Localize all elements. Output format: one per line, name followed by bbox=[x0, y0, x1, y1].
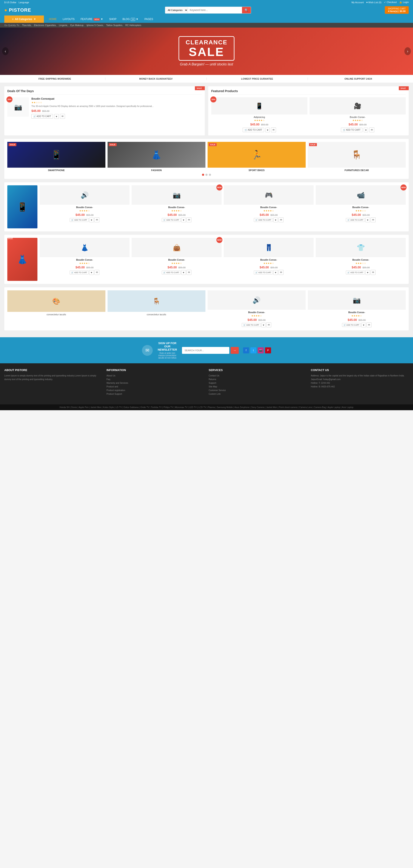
featured-add-cart-0[interactable]: 🛒 ADD TO CART bbox=[243, 128, 264, 132]
twitter-icon[interactable]: t bbox=[250, 347, 256, 353]
elec-compare-2[interactable]: ✉ bbox=[279, 217, 284, 222]
hero-next-button[interactable]: › bbox=[404, 48, 411, 55]
go-quickly-link[interactable]: Lingerie bbox=[59, 24, 67, 27]
go-quickly-link[interactable]: Electronic Cigarettes bbox=[34, 24, 56, 27]
nav-home[interactable]: HOME bbox=[46, 16, 60, 23]
cat-item-3[interactable]: SALE 🪑 FURNITURES DECAR bbox=[308, 142, 406, 172]
fash-wishlist-3[interactable]: ♥ bbox=[366, 270, 370, 275]
nav-feature[interactable]: FEATURE NEW ▼ bbox=[78, 16, 106, 23]
deals-add-to-cart-button[interactable]: 🛒 ADD TO CART bbox=[31, 114, 53, 119]
all-categories-btn[interactable]: ≡ All Categories ▼ bbox=[9, 16, 39, 23]
currency-selector[interactable]: $ US Dollar bbox=[4, 1, 17, 4]
footer-about-title: ABOUT PISTORE bbox=[4, 369, 102, 372]
newsletter-submit-button[interactable]: → bbox=[231, 347, 239, 354]
featured-wishlist-1[interactable]: ♥ bbox=[364, 128, 368, 132]
elec-img-2: 🎮 bbox=[224, 185, 314, 205]
fash-add-cart-1[interactable]: 🛒 ADD TO CART bbox=[162, 271, 181, 274]
elec-add-cart-1[interactable]: 🛒 ADD TO CART bbox=[162, 218, 181, 222]
cat-item-1[interactable]: SALE 👗 FASHION bbox=[107, 142, 205, 172]
category-dropdown[interactable]: All Categories bbox=[165, 7, 188, 13]
elec-wishlist-1[interactable]: ♥ bbox=[181, 218, 186, 222]
footer-service-link-4[interactable]: Customer Service bbox=[209, 389, 307, 392]
featured-wishlist-0[interactable]: ♥ bbox=[265, 128, 270, 132]
go-quickly-link[interactable]: Iphone 5 Cases bbox=[87, 24, 103, 27]
footer-service-link-2[interactable]: Support bbox=[209, 381, 307, 385]
blog-wishlist-1[interactable]: ♥ bbox=[361, 322, 366, 328]
elec-add-cart-2[interactable]: 🛒 ADD TO CART bbox=[254, 218, 273, 222]
blog-section: 🎨 consectetur iaculis 🪑 consectetur iacu… bbox=[4, 287, 409, 330]
blog-item-0[interactable]: 🎨 consectetur iaculis bbox=[7, 290, 105, 328]
newsletter-inner: ✉ SIGN UP FOR OUR NEWSLETTER Duis ut ant… bbox=[142, 342, 271, 359]
go-quickly-link[interactable]: Eye Makeup bbox=[70, 24, 84, 27]
blog-add-cart-1[interactable]: 🛒 ADD TO CART bbox=[342, 323, 361, 327]
fash-wishlist-1[interactable]: ♥ bbox=[181, 270, 186, 275]
fash-wishlist-0[interactable]: ♥ bbox=[89, 270, 94, 275]
go-quickly-link[interactable]: Ttoo kits bbox=[22, 24, 31, 27]
deals-compare-button[interactable]: ✉ bbox=[60, 114, 65, 119]
fash-add-cart-0[interactable]: 🛒 ADD TO CART bbox=[70, 271, 89, 274]
fash-compare-1[interactable]: ✉ bbox=[187, 270, 191, 275]
my-account-link[interactable]: My Account bbox=[351, 1, 364, 4]
blog-wishlist-0[interactable]: ♥ bbox=[261, 322, 266, 328]
instagram-icon[interactable]: 📷 bbox=[258, 347, 264, 353]
nav-blog[interactable]: BLOG 35 ▼ bbox=[119, 16, 141, 23]
fash-compare-3[interactable]: ✉ bbox=[371, 270, 376, 275]
cat-item-2[interactable]: SALE 🏃 SPORT BIKES bbox=[208, 142, 306, 172]
slider-dot-0[interactable] bbox=[202, 174, 204, 176]
footer-info-link-3[interactable]: Product and bbox=[106, 385, 204, 389]
footer-service-link-5[interactable]: Custom Link bbox=[209, 392, 307, 396]
elec-compare-0[interactable]: ✉ bbox=[94, 217, 99, 222]
slider-dot-2[interactable] bbox=[209, 174, 211, 176]
blog-compare-1[interactable]: ✉ bbox=[367, 322, 372, 328]
slider-dot-1[interactable] bbox=[205, 174, 208, 176]
elec-add-cart-3[interactable]: 🛒 ADD TO CART bbox=[346, 218, 365, 222]
logo[interactable]: ● PISTORE bbox=[4, 7, 31, 13]
elec-compare-1[interactable]: ✉ bbox=[187, 217, 191, 222]
footer-service-link-1[interactable]: Returns bbox=[209, 377, 307, 381]
go-quickly-link[interactable]: RC Helicopters bbox=[125, 24, 141, 27]
hero-prev-button[interactable]: ‹ bbox=[2, 48, 9, 55]
social-icon-4[interactable]: P bbox=[265, 347, 271, 353]
footer-info-link-1[interactable]: Faq bbox=[106, 377, 204, 381]
blog-compare-0[interactable]: ✉ bbox=[266, 322, 271, 328]
fash-add-cart-2[interactable]: 🛒 ADD TO CART bbox=[254, 271, 273, 274]
fash-compare-0[interactable]: ✉ bbox=[94, 270, 99, 275]
language-selector[interactable]: Language bbox=[19, 1, 29, 4]
fash-wishlist-2[interactable]: ♥ bbox=[274, 270, 278, 275]
elec-price-0: $45.00 $55.00 bbox=[39, 213, 129, 217]
featured-add-cart-1[interactable]: 🛒 ADD TO CART bbox=[341, 128, 362, 132]
footer-service-link-0[interactable]: Contact Us bbox=[209, 374, 307, 377]
wishlist-link[interactable]: ♥ Wish List (0) bbox=[366, 1, 382, 4]
electronics-products-list: 🔊 Boudin Conse- ★★★★☆ $45.00 $55.00 🛒 AD… bbox=[39, 185, 406, 222]
cat-item-0[interactable]: SALE 📱 SMARTPHONE bbox=[7, 142, 105, 172]
cart-button[interactable]: SHOPPING CART 4 Item(s) | $0.00 bbox=[385, 6, 409, 14]
facebook-icon[interactable]: f bbox=[243, 347, 249, 353]
elec-wishlist-3[interactable]: ♥ bbox=[366, 218, 370, 222]
footer-info-link-0[interactable]: About Us bbox=[106, 374, 204, 377]
search-input[interactable] bbox=[188, 7, 242, 13]
footer-info-link-5[interactable]: Product Support bbox=[106, 392, 204, 396]
elec-add-cart-0[interactable]: 🛒 ADD TO CART bbox=[70, 218, 89, 222]
footer-info-link-2[interactable]: Warranty and Services bbox=[106, 381, 204, 385]
footer-service-link-3[interactable]: Site Map bbox=[209, 385, 307, 389]
blog-add-cart-0[interactable]: 🛒 ADD TO CART bbox=[242, 323, 261, 327]
go-quickly-link[interactable]: Tattoo Supplies bbox=[106, 24, 122, 27]
featured-compare-1[interactable]: ✉ bbox=[369, 127, 374, 132]
elec-wishlist-2[interactable]: ♥ bbox=[274, 218, 278, 222]
fash-compare-2[interactable]: ✉ bbox=[279, 270, 284, 275]
nav-pages[interactable]: PAGES bbox=[141, 16, 156, 23]
featured-sale-ribbon: SALE bbox=[399, 86, 409, 90]
newsletter-input[interactable] bbox=[182, 347, 229, 354]
featured-compare-0[interactable]: ✉ bbox=[271, 127, 276, 132]
fash-add-cart-3[interactable]: 🛒 ADD TO CART bbox=[346, 271, 365, 274]
elec-wishlist-0[interactable]: ♥ bbox=[89, 218, 94, 222]
nav-layouts[interactable]: LAYOUTS bbox=[60, 16, 78, 23]
elec-compare-3[interactable]: ✉ bbox=[371, 217, 376, 222]
deals-wishlist-button[interactable]: ♥ bbox=[54, 114, 59, 119]
checkout-link[interactable]: ✓ Checkout bbox=[384, 1, 396, 4]
footer-info-link-4[interactable]: Product registration bbox=[106, 389, 204, 392]
nav-shop[interactable]: SHOP bbox=[106, 16, 119, 23]
login-link[interactable]: 🔒 Login bbox=[399, 1, 409, 4]
blog-item-1[interactable]: 🪑 consectetur iaculis bbox=[107, 290, 205, 328]
search-button[interactable]: 🔍 bbox=[242, 7, 251, 13]
